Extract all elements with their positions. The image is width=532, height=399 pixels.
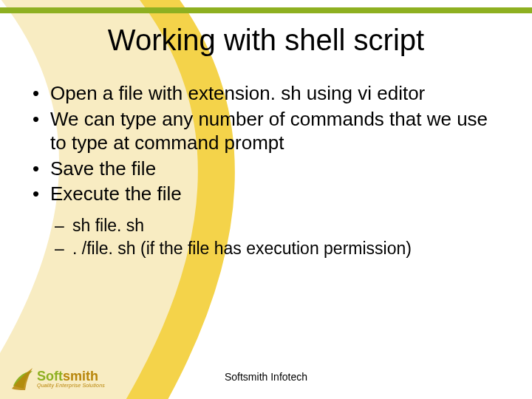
- bullet-item: Execute the file: [30, 182, 502, 206]
- logo-name-part2: smith: [63, 369, 98, 383]
- top-accent-bar: [0, 7, 532, 13]
- logo-mark-icon: [10, 366, 34, 390]
- sub-bullet-item: . /file. sh (if the file has execution p…: [30, 238, 502, 260]
- slide: Working with shell script Open a file wi…: [0, 0, 532, 399]
- logo-tagline: Quality Enterprise Solutions: [37, 383, 105, 388]
- slide-content: Open a file with extension. sh using vi …: [30, 81, 502, 262]
- bullet-item: Open a file with extension. sh using vi …: [30, 81, 502, 106]
- bullet-list: Open a file with extension. sh using vi …: [30, 81, 502, 206]
- logo-text: Softsmith Quality Enterprise Solutions: [37, 369, 105, 388]
- slide-title: Working with shell script: [0, 24, 532, 57]
- logo: Softsmith Quality Enterprise Solutions: [10, 366, 105, 390]
- bullet-item: We can type any number of commands that …: [30, 107, 502, 155]
- sub-bullet-item: sh file. sh: [30, 215, 502, 237]
- logo-name-part1: Soft: [37, 369, 63, 383]
- sub-bullet-list: sh file. sh . /file. sh (if the file has…: [30, 215, 502, 261]
- bullet-item: Save the file: [30, 157, 502, 181]
- logo-name: Softsmith: [37, 369, 105, 383]
